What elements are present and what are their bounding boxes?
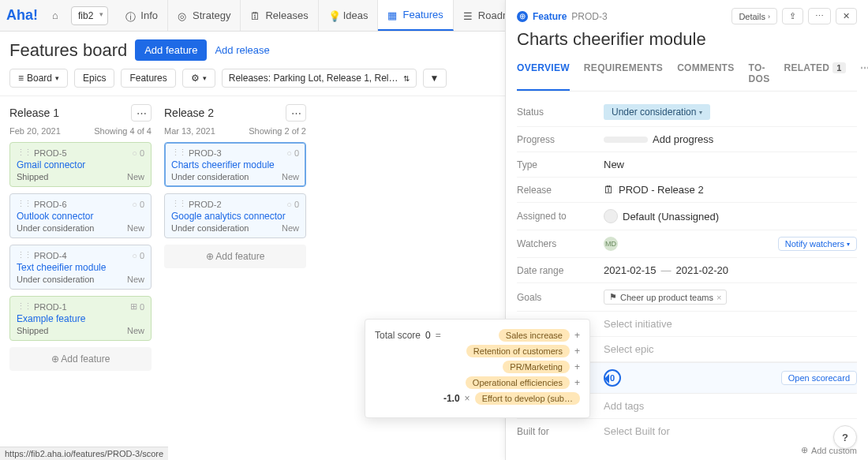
add-feature-button[interactable]: Add feature — [135, 39, 207, 61]
plus-icon: ⊕ — [801, 445, 808, 455]
card-title[interactable]: Example feature — [17, 313, 144, 324]
card-title[interactable]: Charts cheerifier module — [171, 159, 299, 170]
column: Release 2⋯ Mar 13, 2021Showing 2 of 2 ⋮⋮… — [164, 104, 306, 371]
feature-card[interactable]: ⋮⋮PROD-5○0 Gmail connector Shipped New — [9, 142, 152, 187]
card-id: PROD-6 — [34, 200, 67, 209]
add-feature-row[interactable]: ⊕ Add feature — [9, 347, 152, 371]
card-title[interactable]: Text cheeifier module — [17, 262, 144, 273]
circle-icon: ○ — [286, 200, 292, 209]
open-scorecard-button[interactable]: Open scorecard — [781, 371, 857, 385]
plus-icon: ⊕ — [51, 353, 59, 365]
status-select[interactable]: Under consideration — [604, 104, 710, 120]
plus-icon: ⊕ — [206, 251, 214, 262]
progress-bar — [604, 137, 648, 143]
feature-card[interactable]: ⋮⋮PROD-1⊞0 Example feature Shipped New — [9, 296, 152, 341]
goal-chip[interactable]: ⚑Cheer up product teams× — [604, 290, 727, 305]
effort-chip[interactable]: Effort to develop (sub… — [475, 392, 580, 405]
status-label: Status — [517, 107, 604, 118]
epics-toggle[interactable]: Epics — [74, 69, 114, 88]
card-status: Under consideration — [171, 172, 299, 181]
grip-icon[interactable]: ⋮⋮ — [171, 148, 185, 158]
builtfor-select[interactable]: Select Built for — [604, 425, 857, 437]
metric-chip[interactable]: Retention of customers — [466, 345, 570, 357]
card-title[interactable]: Gmail connector — [17, 159, 144, 170]
funnel-icon: ▼ — [430, 73, 440, 84]
workspace-select[interactable]: fib2 — [71, 6, 108, 25]
epic-select[interactable]: Select epic — [604, 343, 857, 355]
details-button[interactable]: Details› — [731, 8, 777, 24]
circle-icon: ○ — [132, 200, 137, 209]
grip-icon[interactable]: ⋮⋮ — [17, 199, 31, 209]
view-select[interactable]: ≡ Board ▾ — [9, 69, 68, 88]
watcher-avatar[interactable]: MD — [604, 237, 618, 251]
tab-related[interactable]: RELATED1 — [784, 58, 845, 91]
feature-title[interactable]: Charts cheerifier module — [517, 29, 857, 50]
tab-more-icon[interactable]: ⋯ — [860, 58, 868, 91]
nav-tab-ideas[interactable]: 💡Ideas — [319, 0, 379, 31]
grip-icon[interactable]: ⋮⋮ — [17, 148, 31, 158]
release-filter[interactable]: Releases: Parking Lot, Release 1, Rel… ⇅ — [222, 69, 417, 88]
tab-overview[interactable]: OVERVIEW — [517, 58, 570, 91]
progress-label: Progress — [517, 134, 604, 145]
grip-icon[interactable]: ⋮⋮ — [17, 250, 31, 260]
add-release-button[interactable]: Add release — [215, 44, 269, 56]
calendar-icon: 🗓 — [604, 184, 614, 196]
total-score-value: 0 — [425, 330, 431, 341]
metric-chip[interactable]: Operational efficiencies — [466, 376, 570, 389]
tab-comments[interactable]: COMMENTS — [677, 58, 734, 91]
tags-input[interactable]: Add tags — [604, 400, 857, 412]
grip-icon[interactable]: ⋮⋮ — [171, 199, 185, 209]
column: Release 1⋯ Feb 20, 2021Showing 4 of 4 ⋮⋮… — [9, 104, 152, 371]
card-state: New — [127, 326, 144, 335]
circle-icon: ○ — [132, 251, 137, 260]
add-feature-row[interactable]: ⊕ Add feature — [164, 245, 306, 268]
column-date: Mar 13, 2021 — [164, 126, 215, 136]
initiative-select[interactable]: Select initiative — [604, 318, 857, 330]
total-score-label: Total score — [375, 330, 421, 341]
card-id: PROD-3 — [189, 148, 222, 158]
notify-watchers-button[interactable]: Notify watchers▾ — [778, 237, 857, 251]
export-icon[interactable]: ⇪ — [782, 8, 803, 24]
feature-type-label: Feature — [533, 11, 567, 22]
card-count: 0 — [294, 200, 299, 209]
home-icon[interactable]: ⌂ — [43, 3, 68, 28]
grip-icon[interactable]: ⋮⋮ — [17, 301, 31, 312]
card-state: New — [282, 172, 299, 181]
status-bar-url: https://fib2.aha.io/features/PROD-3/scor… — [0, 447, 168, 460]
tab-todos[interactable]: TO-DOS — [749, 58, 770, 91]
metric-chip[interactable]: PR/Marketing — [503, 361, 570, 373]
feature-card[interactable]: ⋮⋮PROD-6○0 Outlook connector Under consi… — [9, 193, 152, 238]
assigned-value[interactable]: Default (Unassigned) — [604, 209, 857, 223]
nav-tab-releases[interactable]: 🗓Releases — [241, 0, 318, 31]
nav-tab-features[interactable]: ▦Features — [378, 0, 453, 31]
score-badge[interactable]: 0 — [604, 369, 621, 387]
settings-dropdown[interactable]: ⚙ ▾ — [182, 69, 215, 88]
card-title[interactable]: Google analytics connector — [171, 211, 299, 222]
features-toggle[interactable]: Features — [121, 69, 175, 88]
feature-card[interactable]: ⋮⋮PROD-3○0 Charts cheerifier module Unde… — [164, 142, 306, 187]
type-value[interactable]: New — [604, 159, 857, 170]
daterange-value[interactable]: 2021-02-15 — 2021-02-20 — [604, 264, 857, 276]
filter-button[interactable]: ▼ — [423, 69, 447, 88]
circle-icon: ○ — [132, 148, 137, 158]
nav-tab-info[interactable]: ⓘInfo — [116, 0, 168, 31]
add-progress-link[interactable]: Add progress — [653, 133, 713, 145]
nav-tab-strategy[interactable]: ◎Strategy — [168, 0, 241, 31]
remove-icon[interactable]: × — [716, 293, 721, 302]
feature-card[interactable]: ⋮⋮PROD-2○0 Google analytics connector Un… — [164, 193, 306, 238]
assigned-label: Assigned to — [517, 211, 604, 222]
type-label: Type — [517, 159, 604, 170]
tab-requirements[interactable]: REQUIREMENTS — [584, 58, 663, 91]
more-icon[interactable]: ⋯ — [808, 8, 831, 24]
close-icon[interactable]: ✕ — [836, 8, 857, 24]
feature-card[interactable]: ⋮⋮PROD-4○0 Text cheeifier module Under c… — [9, 245, 152, 290]
card-title[interactable]: Outlook connector — [17, 211, 144, 222]
metric-chip[interactable]: Sales increase — [499, 329, 570, 342]
card-count: 0 — [294, 148, 299, 158]
column-menu[interactable]: ⋯ — [131, 104, 152, 122]
column-menu[interactable]: ⋯ — [286, 104, 306, 122]
help-fab[interactable]: ? — [833, 425, 857, 449]
release-value[interactable]: 🗓PROD - Release 2 — [604, 184, 857, 196]
card-status: Under consideration — [17, 275, 144, 284]
card-status: Shipped — [17, 172, 144, 181]
